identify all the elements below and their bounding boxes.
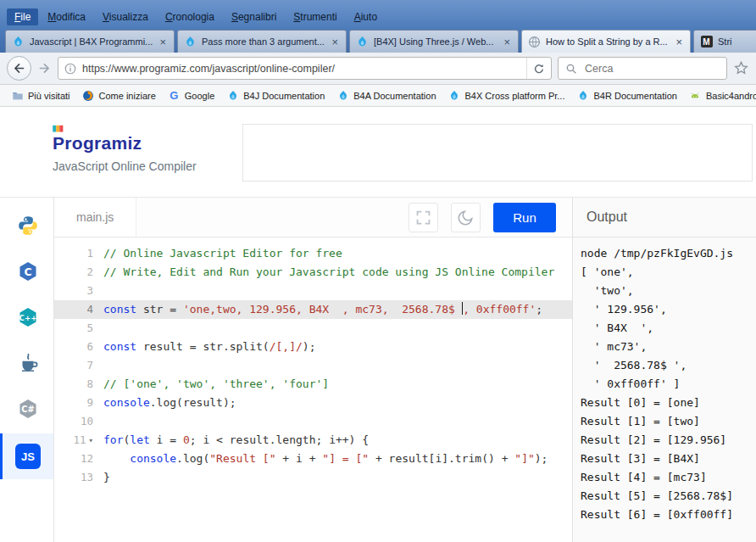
- output-line: Result [4] = [mc73]: [581, 468, 756, 487]
- sidebar-item-java[interactable]: [0, 342, 53, 388]
- browser-tab[interactable]: Pass more than 3 argument...×: [177, 30, 347, 53]
- bookmark-label: Come iniziare: [99, 91, 156, 101]
- output-line: ' B4X ',: [581, 319, 756, 338]
- theme-toggle-button[interactable]: [451, 203, 481, 232]
- line-number: 4: [54, 300, 103, 319]
- bookmark-label: B4J Documentation: [243, 91, 325, 101]
- output-line: Result [6] = [0xff00ff]: [581, 506, 756, 524]
- menu-item-modifica[interactable]: Modifica: [40, 8, 93, 25]
- bookmark-label: B4X Cross platform Pr...: [465, 91, 565, 101]
- output-line: Result [2] = [129.956]: [581, 431, 756, 450]
- menu-item-strumenti[interactable]: Strumenti: [286, 8, 344, 25]
- browser-window: FileModificaVisualizzaCronologiaSegnalib…: [0, 0, 756, 542]
- ad-placeholder: [242, 124, 753, 182]
- b4x-flame-icon: [356, 36, 369, 48]
- tab-title: Stri: [718, 36, 756, 47]
- url-bar[interactable]: https://www.programiz.com/javascript/onl…: [58, 57, 552, 80]
- sidebar-item-js[interactable]: JS: [0, 433, 53, 479]
- tab-close-icon[interactable]: ×: [502, 36, 512, 47]
- menu-item-file[interactable]: File: [7, 8, 38, 25]
- code-line-8: 8// ['one', 'two', 'three', 'four']: [54, 375, 572, 394]
- sidebar-item-python[interactable]: [0, 204, 53, 250]
- url-text: https://www.programiz.com/javascript/onl…: [82, 63, 521, 75]
- sidebar-item-c[interactable]: C: [0, 250, 53, 296]
- forward-button[interactable]: [37, 61, 52, 75]
- svg-text:C#: C#: [21, 405, 34, 414]
- fold-arrow-icon[interactable]: ▾: [89, 431, 93, 450]
- b4x-flame-icon: [184, 36, 197, 48]
- bookmark-item[interactable]: B4J Documentation: [220, 87, 331, 104]
- sidebar-item-csharp[interactable]: C#: [0, 388, 53, 433]
- android-icon: [689, 89, 702, 102]
- line-number: 2: [54, 263, 103, 282]
- line-number: 10: [54, 412, 103, 431]
- browser-tab[interactable]: Javascript | B4X Programmi...×: [5, 30, 175, 53]
- output-line: ' 2568.78$ ',: [581, 356, 756, 375]
- folder-icon: [11, 89, 24, 102]
- search-input[interactable]: [583, 62, 720, 75]
- tab-close-icon[interactable]: ×: [158, 36, 168, 47]
- tab-close-icon[interactable]: ×: [674, 36, 684, 47]
- code-line-9: 9console.log(result);: [54, 394, 572, 412]
- line-number: 9: [54, 394, 103, 412]
- site-header: Programiz JavaScript Online Compiler: [0, 107, 756, 197]
- globe-icon: [528, 36, 541, 48]
- menu-item-cronologia[interactable]: Cronologia: [158, 8, 222, 25]
- run-button[interactable]: Run: [493, 203, 556, 232]
- svg-text:C++: C++: [19, 314, 37, 322]
- browser-chrome: FileModificaVisualizzaCronologiaSegnalib…: [0, 0, 756, 53]
- bookmark-label: B4A Documentation: [353, 91, 436, 101]
- bookmark-star-button[interactable]: [733, 60, 749, 76]
- menu-item-aiuto[interactable]: Aiuto: [347, 8, 385, 25]
- reload-button[interactable]: [526, 58, 546, 79]
- bookmark-item[interactable]: B4X Cross platform Pr...: [442, 87, 571, 104]
- bookmark-label: Più visitati: [28, 91, 70, 101]
- browser-tab[interactable]: [B4X] Using Three.js / Web...×: [349, 30, 519, 53]
- menu-item-segnalibri[interactable]: Segnalibri: [224, 8, 284, 25]
- tab-title: Pass more than 3 argument...: [202, 36, 325, 47]
- menu-item-visualizza[interactable]: Visualizza: [95, 8, 156, 25]
- google-icon: G: [168, 89, 181, 102]
- bookmark-item[interactable]: B4R Documentation: [570, 87, 682, 104]
- browser-tab[interactable]: MStri×: [693, 30, 756, 53]
- bookmark-item[interactable]: Più visitati: [5, 87, 76, 104]
- browser-tab[interactable]: How to Split a String by a R...×: [521, 30, 691, 53]
- bookmarks-bar: Più visitatiCome iniziareGGoogleB4J Docu…: [0, 85, 756, 107]
- tab-title: Javascript | B4X Programmi...: [30, 36, 153, 47]
- code-line-10: 10: [54, 412, 572, 431]
- output-line: ' 129.956',: [581, 300, 756, 319]
- code-area[interactable]: 1// Online Javascript Editor for free2//…: [54, 237, 572, 542]
- b4x-flame-icon: [12, 36, 25, 48]
- logo-text: Programiz: [53, 133, 142, 153]
- site-info-icon[interactable]: [64, 62, 77, 75]
- fullscreen-icon: [414, 209, 432, 226]
- file-tab-mainjs[interactable]: main.js: [54, 198, 136, 237]
- logo-flag-icon: [52, 125, 66, 136]
- search-box[interactable]: [558, 57, 727, 80]
- menu-bar: FileModificaVisualizzaCronologiaSegnalib…: [0, 0, 756, 27]
- fullscreen-button[interactable]: [409, 203, 438, 232]
- editor-panel: main.js Run 1// Online Javascript Editor…: [54, 198, 572, 542]
- code-line-6: 6const result = str.split(/[,]/);: [54, 338, 572, 356]
- js-icon: JS: [15, 444, 41, 469]
- bookmark-item[interactable]: Basic4android - Core: [683, 87, 756, 104]
- sidebar-item-cpp[interactable]: C++: [0, 296, 53, 342]
- page-title: JavaScript Online Compiler: [53, 159, 197, 173]
- code-line-13: 13}: [54, 468, 572, 487]
- search-icon[interactable]: [564, 62, 578, 75]
- bookmark-label: Google: [185, 91, 214, 101]
- back-button[interactable]: [7, 56, 31, 81]
- bookmark-item[interactable]: Come iniziare: [76, 87, 162, 104]
- tab-close-icon[interactable]: ×: [330, 36, 340, 47]
- code-line-4: 4const str = 'one,two, 129.956, B4X , mc…: [54, 300, 572, 319]
- bookmark-item[interactable]: GGoogle: [162, 87, 220, 104]
- code-line-11: 11▾for(let i = 0; i < result.length; i++…: [54, 431, 572, 450]
- star-icon: [733, 60, 749, 76]
- line-number: 1: [54, 244, 103, 263]
- line-number: 3: [54, 282, 103, 300]
- programiz-logo[interactable]: Programiz JavaScript Online Compiler: [53, 129, 197, 173]
- language-sidebar: CC++C#JS: [0, 198, 54, 542]
- line-number: 13: [54, 468, 103, 487]
- output-line: Result [3] = [B4X]: [581, 450, 756, 468]
- bookmark-item[interactable]: B4A Documentation: [331, 87, 442, 104]
